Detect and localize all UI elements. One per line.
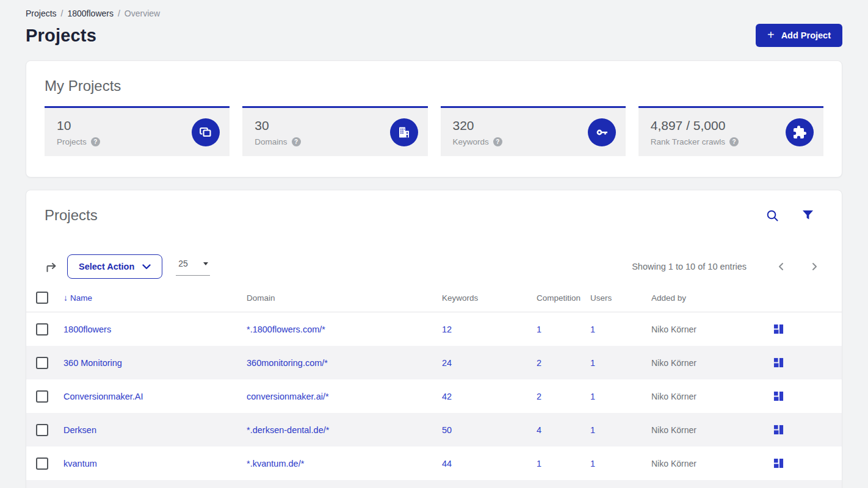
dashboard-icon[interactable]: [773, 458, 823, 468]
key-icon: [588, 118, 616, 146]
projects-panel-title: Projects: [45, 207, 98, 224]
breadcrumb-separator: /: [118, 9, 120, 18]
dashboard-icon[interactable]: [773, 391, 823, 401]
table-header: ↓ Name Domain Keywords Competition Users…: [26, 292, 842, 312]
select-all-checkbox[interactable]: [36, 292, 48, 304]
project-keywords-link[interactable]: 24: [442, 358, 537, 368]
caret-down-icon: [203, 262, 208, 265]
stat-domains-label: Domains: [255, 137, 287, 146]
table-row: Derksen *.derksen-dental.de/* 50 4 1 Nik…: [26, 413, 842, 447]
column-header-domain[interactable]: Domain: [247, 293, 442, 303]
stat-crawls: 4,897 / 5,000 Rank Tracker crawls ?: [638, 106, 823, 156]
column-header-added-by[interactable]: Added by: [651, 293, 773, 303]
row-checkbox[interactable]: [36, 424, 48, 436]
project-added-by: Niko Körner: [651, 425, 773, 435]
breadcrumb-1800flowers[interactable]: 1800flowers: [67, 9, 114, 18]
dashboard-icon[interactable]: [773, 324, 823, 334]
help-icon[interactable]: ?: [292, 137, 301, 146]
stat-keywords-label: Keywords: [453, 137, 489, 146]
project-name-link[interactable]: 1800flowers: [63, 325, 247, 334]
project-domain-link[interactable]: conversionmaker.ai/*: [247, 392, 442, 401]
project-added-by: Niko Körner: [651, 358, 773, 368]
breadcrumb-projects[interactable]: Projects: [26, 9, 57, 18]
stat-crawls-value: 4,897 / 5,000: [651, 118, 739, 133]
column-header-name[interactable]: ↓ Name: [63, 293, 247, 303]
stat-keywords-text: 320 Keywords ?: [453, 118, 502, 146]
row-checkbox[interactable]: [36, 357, 48, 369]
stat-domains-text: 30 Domains ?: [255, 118, 300, 146]
project-users-link[interactable]: 1: [590, 325, 651, 334]
stat-projects-value: 10: [57, 118, 100, 133]
sort-desc-icon: ↓: [63, 293, 68, 303]
next-page-icon[interactable]: [806, 260, 823, 273]
my-projects-title: My Projects: [45, 77, 823, 95]
add-project-label: Add Project: [781, 30, 831, 40]
project-domain-link[interactable]: 360monitoring.com/*: [247, 358, 442, 368]
next-row-peek: [26, 480, 842, 488]
showing-entries-text: Showing 1 to 10 of 10 entries: [632, 262, 747, 271]
puzzle-icon: [786, 118, 814, 146]
stat-crawls-label: Rank Tracker crawls: [651, 137, 725, 146]
column-header-competition[interactable]: Competition: [537, 293, 590, 303]
chevron-down-icon: [142, 264, 151, 270]
help-icon[interactable]: ?: [493, 137, 502, 146]
table-body: 1800flowers *.1800flowers.com/* 12 1 1 N…: [26, 312, 842, 480]
column-header-users[interactable]: Users: [590, 293, 651, 303]
bulk-arrow-icon[interactable]: [45, 260, 58, 273]
project-domain-link[interactable]: *.1800flowers.com/*: [247, 325, 442, 334]
stat-keywords: 320 Keywords ?: [441, 106, 626, 156]
my-projects-card: My Projects 10 Projects ?: [26, 60, 842, 178]
dashboard-icon[interactable]: [773, 425, 823, 435]
project-keywords-link[interactable]: 44: [442, 459, 537, 468]
project-name-link[interactable]: Conversionmaker.AI: [63, 392, 247, 401]
project-domain-link[interactable]: *.kvantum.de/*: [247, 459, 442, 468]
stat-projects-text: 10 Projects ?: [57, 118, 100, 146]
project-users-link[interactable]: 1: [590, 459, 651, 468]
projects-table-card: Projects Se: [26, 190, 842, 488]
stat-domains: 30 Domains ?: [242, 106, 427, 156]
table-row: Conversionmaker.AI conversionmaker.ai/* …: [26, 379, 842, 413]
project-name-link[interactable]: Derksen: [63, 425, 247, 435]
project-competition-link[interactable]: 2: [537, 358, 590, 368]
project-users-link[interactable]: 1: [590, 358, 651, 368]
project-keywords-link[interactable]: 42: [442, 392, 537, 401]
table-row: kvantum *.kvantum.de/* 44 1 1 Niko Körne…: [26, 447, 842, 480]
project-domain-link[interactable]: *.derksen-dental.de/*: [247, 425, 442, 435]
row-checkbox[interactable]: [36, 390, 48, 403]
stat-crawls-text: 4,897 / 5,000 Rank Tracker crawls ?: [651, 118, 739, 146]
select-action-label: Select Action: [79, 262, 134, 271]
projects-copy-icon: [192, 118, 220, 146]
prev-page-icon[interactable]: [772, 260, 790, 273]
filter-icon[interactable]: [802, 210, 814, 221]
project-competition-link[interactable]: 2: [537, 392, 590, 401]
select-action-dropdown[interactable]: Select Action: [67, 254, 162, 279]
project-competition-link[interactable]: 4: [537, 425, 590, 435]
page-size-select[interactable]: 25: [176, 257, 210, 276]
project-users-link[interactable]: 1: [590, 425, 651, 435]
plus-icon: +: [767, 29, 775, 41]
column-header-keywords[interactable]: Keywords: [442, 293, 537, 303]
stat-projects-label: Projects: [57, 137, 87, 146]
stats-row: 10 Projects ? 30 Domai: [45, 106, 823, 156]
dashboard-icon[interactable]: [773, 357, 823, 368]
breadcrumb-overview: Overview: [125, 9, 160, 18]
help-icon[interactable]: ?: [729, 137, 739, 146]
project-name-link[interactable]: 360 Monitoring: [63, 358, 247, 368]
stat-domains-value: 30: [255, 118, 300, 133]
project-added-by: Niko Körner: [651, 392, 773, 401]
row-checkbox[interactable]: [36, 323, 48, 336]
add-project-button[interactable]: + Add Project: [756, 24, 842, 47]
stat-projects: 10 Projects ?: [45, 106, 230, 156]
row-checkbox[interactable]: [36, 458, 48, 470]
project-name-link[interactable]: kvantum: [63, 459, 247, 468]
page: Projects / 1800flowers / Overview Projec…: [0, 0, 868, 488]
project-keywords-link[interactable]: 12: [442, 325, 537, 334]
project-competition-link[interactable]: 1: [537, 459, 590, 468]
project-users-link[interactable]: 1: [590, 392, 651, 401]
help-icon[interactable]: ?: [91, 137, 100, 146]
project-added-by: Niko Körner: [651, 459, 773, 468]
table-toolbar: Select Action 25 Showing 1 to 10 of 10 e…: [26, 254, 842, 279]
project-competition-link[interactable]: 1: [537, 325, 590, 334]
search-icon[interactable]: [766, 209, 779, 222]
project-keywords-link[interactable]: 50: [442, 425, 537, 435]
